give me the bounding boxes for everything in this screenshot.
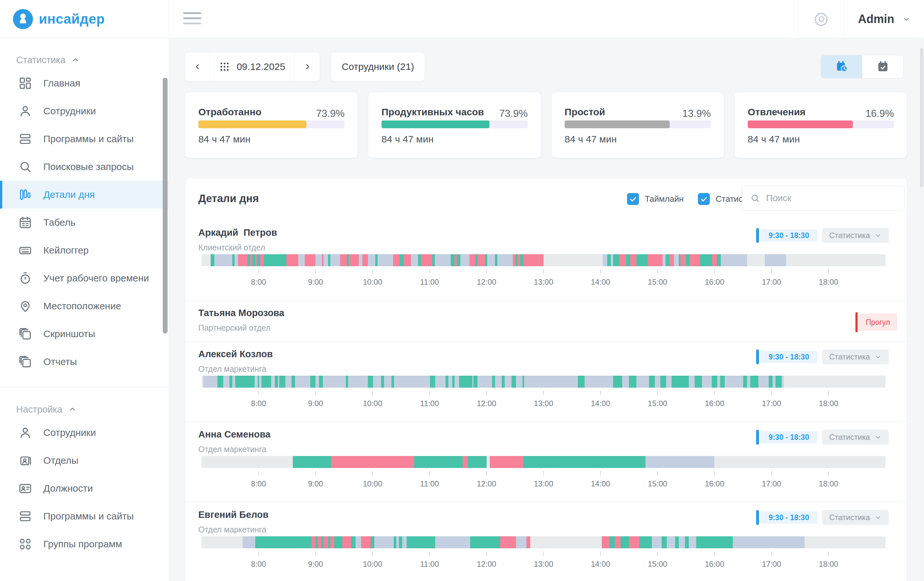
timeline-segment bbox=[523, 456, 646, 468]
timeline-segment bbox=[652, 536, 662, 548]
chevron-down-icon bbox=[874, 232, 882, 239]
axis-tick: 16:00 bbox=[705, 270, 724, 286]
date-picker-button[interactable]: 09.12.2025 bbox=[210, 53, 295, 81]
row-stats-button[interactable]: Статистика bbox=[822, 228, 889, 243]
sidebar-item-0-1[interactable]: Сотрудники bbox=[0, 97, 168, 125]
sidebar-item-label: Поисковые запросы bbox=[43, 161, 134, 172]
sidebar-item-0-7[interactable]: Учет рабочего времени bbox=[0, 264, 168, 292]
stat-card-progress bbox=[198, 121, 345, 128]
schedule-badge-bar bbox=[756, 430, 759, 445]
axis-tick-label: 9:00 bbox=[308, 399, 323, 408]
axis-tick: 12:00 bbox=[477, 471, 496, 488]
timeline-segment bbox=[578, 376, 585, 388]
view-toggle-attendance[interactable] bbox=[862, 55, 903, 78]
timeline-segment bbox=[487, 254, 495, 266]
axis-tick-mark bbox=[372, 270, 373, 274]
timeline-segment bbox=[259, 376, 261, 388]
timeline-segment bbox=[238, 254, 247, 266]
absence-label: Прогул bbox=[859, 313, 897, 331]
timeline-segment bbox=[629, 376, 636, 388]
timeline-segment bbox=[622, 376, 629, 388]
timeline-segment bbox=[490, 456, 523, 468]
chevron-down-icon bbox=[874, 434, 882, 441]
axis-tick: 18:00 bbox=[819, 471, 838, 488]
timeline-segment bbox=[361, 536, 371, 548]
sidebar-item-0-0[interactable]: Главная bbox=[0, 69, 168, 97]
timeline-segment bbox=[315, 254, 322, 266]
axis-tick: 11:00 bbox=[420, 471, 439, 488]
sidebar-item-0-10[interactable]: Отчеты bbox=[0, 348, 168, 376]
axis-tick-label: 15:00 bbox=[648, 479, 667, 488]
axis-tick-mark bbox=[315, 270, 316, 274]
timeline-segment bbox=[717, 376, 720, 388]
timeline-segment bbox=[255, 536, 312, 548]
sidebar-scrollbar[interactable] bbox=[163, 78, 168, 334]
timeline-segment bbox=[310, 376, 315, 388]
hamburger-menu-icon[interactable] bbox=[183, 12, 201, 24]
sidebar-item-0-2[interactable]: Программы и сайты bbox=[0, 125, 168, 153]
sidebar: инсайдер СтатистикаГлавнаяСотрудникиПрог… bbox=[0, 0, 169, 581]
settings-button[interactable] bbox=[799, 0, 845, 38]
prev-day-button[interactable] bbox=[185, 53, 210, 81]
schedule-badge-bar bbox=[756, 510, 759, 525]
id-card-icon bbox=[18, 481, 32, 495]
row-stats-button[interactable]: Статистика bbox=[822, 510, 889, 525]
timeline-segment bbox=[526, 536, 530, 548]
timeline-segment bbox=[411, 254, 418, 266]
axis-tick-mark bbox=[714, 551, 715, 556]
search-box[interactable] bbox=[742, 186, 905, 210]
axis-tick-mark bbox=[258, 270, 259, 274]
timeline-segment bbox=[394, 376, 430, 388]
sidebar-section-0[interactable]: Статистика bbox=[0, 51, 168, 69]
timeline-segment bbox=[505, 376, 512, 388]
axis-tick: 10:00 bbox=[363, 551, 382, 569]
timeline-segment bbox=[295, 376, 310, 388]
sidebar-item-1-0[interactable]: Сотрудники bbox=[0, 419, 168, 447]
employee-row-4: Евгений БеловОтдел маркетинга9:30 - 18:3… bbox=[185, 502, 907, 581]
view-toggle-timeline[interactable] bbox=[821, 55, 862, 78]
page-scrollbar[interactable] bbox=[919, 38, 924, 581]
app-logo[interactable]: инсайдер bbox=[0, 0, 168, 38]
sidebar-item-1-4[interactable]: Группы программ bbox=[0, 530, 168, 558]
axis-tick: 16:00 bbox=[705, 551, 724, 569]
checkbox-label: Таймлайн bbox=[645, 194, 684, 204]
sidebar-item-1-2[interactable]: Должности bbox=[0, 475, 168, 502]
user-menu[interactable]: Admin bbox=[845, 0, 924, 38]
sidebar-item-0-8[interactable]: Местоположение bbox=[0, 292, 168, 320]
axis-tick-label: 18:00 bbox=[819, 559, 838, 569]
axis-tick-label: 9:00 bbox=[308, 479, 323, 488]
next-day-button[interactable] bbox=[295, 53, 320, 81]
sidebar-item-1-1[interactable]: Отделы bbox=[0, 447, 168, 475]
checkbox-0[interactable]: Таймлайн bbox=[627, 193, 684, 205]
row-stats-button[interactable]: Статистика bbox=[822, 349, 889, 364]
sidebar-section-1[interactable]: Настройка bbox=[0, 400, 168, 419]
sidebar-item-0-5[interactable]: Табель bbox=[0, 209, 168, 237]
timeline-segment bbox=[279, 376, 285, 388]
schedule-badge: 9:30 - 18:30 bbox=[756, 349, 818, 364]
schedule-badge-bar bbox=[756, 228, 759, 243]
sidebar-item-1-3[interactable]: Программы и сайты bbox=[0, 502, 168, 530]
sidebar-item-0-3[interactable]: Поисковые запросы bbox=[0, 153, 168, 181]
search-input[interactable] bbox=[766, 193, 897, 204]
timeline-segment bbox=[203, 376, 218, 388]
axis-tick-label: 11:00 bbox=[420, 559, 439, 569]
row-stats-button[interactable]: Статистика bbox=[822, 430, 889, 445]
employees-filter-button[interactable]: Сотрудники (21) bbox=[331, 53, 424, 81]
timeline-segment bbox=[686, 254, 690, 266]
timeline-segment bbox=[717, 254, 721, 266]
sidebar-item-0-6[interactable]: Кейлоггер bbox=[0, 237, 168, 264]
sidebar-item-0-4[interactable]: Детали дня bbox=[0, 181, 168, 209]
timeline-segment bbox=[520, 254, 523, 266]
sidebar-item-0-9[interactable]: Скриншоты bbox=[0, 320, 168, 348]
timeline-segment bbox=[323, 376, 345, 388]
timeline-segment bbox=[750, 376, 758, 388]
timeline-segment bbox=[234, 254, 238, 266]
timeline-segment bbox=[435, 536, 470, 548]
timeline-segment bbox=[516, 376, 522, 388]
axis-tick-label: 8:00 bbox=[251, 559, 266, 569]
schedule-badge: 9:30 - 18:30 bbox=[756, 430, 818, 445]
timeline-segment bbox=[470, 536, 500, 548]
axis-tick-mark bbox=[771, 270, 772, 274]
page-scrollbar-thumb[interactable] bbox=[920, 48, 923, 187]
employee-name: Алексей Козлов bbox=[198, 349, 273, 359]
